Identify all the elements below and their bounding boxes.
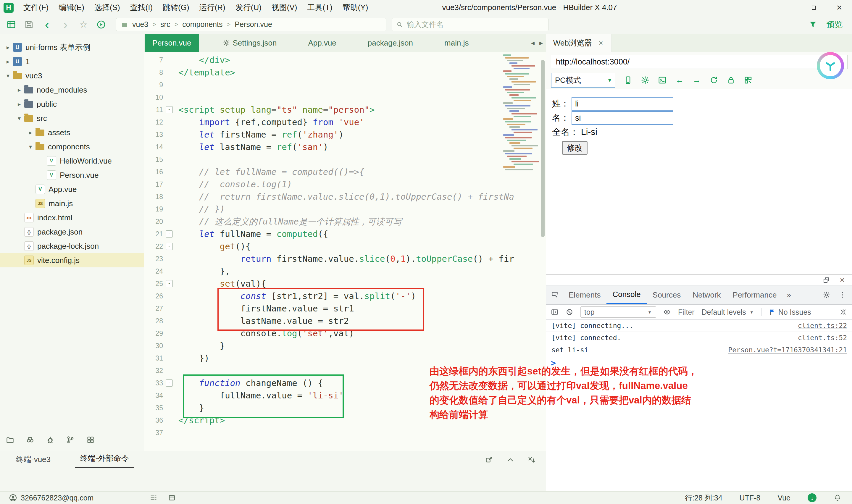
tab-scroll-left-icon[interactable]: ◂ <box>531 39 534 47</box>
close-icon[interactable]: × <box>597 39 604 47</box>
save-icon[interactable] <box>24 20 34 29</box>
code-line[interactable]: 9 <box>144 79 546 91</box>
browser-settings-icon[interactable] <box>641 76 650 85</box>
modify-button[interactable]: 修改 <box>562 141 587 155</box>
qrcode-icon[interactable] <box>744 76 753 85</box>
filter-icon[interactable] <box>809 20 817 29</box>
fold-marker-icon[interactable]: - <box>163 377 176 389</box>
tree-item[interactable]: VPerson.vue <box>0 168 144 182</box>
console-source-link[interactable]: client.ts:22 <box>798 322 847 329</box>
chevron-right-icon[interactable]: ▸ <box>3 44 13 51</box>
breadcrumb-item[interactable]: components <box>182 20 222 29</box>
tree-item[interactable]: JSvite.config.js <box>0 253 144 267</box>
menu-item-6[interactable]: 发行(U) <box>231 0 267 15</box>
code-line[interactable]: 23 return firstName.value.slice(0,1).toU… <box>144 253 546 265</box>
devtools-more-tabs[interactable]: » <box>782 290 795 300</box>
refresh-icon[interactable] <box>709 76 718 85</box>
menu-item-5[interactable]: 运行(R) <box>194 0 231 15</box>
code-line[interactable]: 15 <box>144 153 546 166</box>
minimize-button[interactable]: ─ <box>776 0 801 15</box>
chevron-down-icon[interactable]: ▾ <box>25 143 36 150</box>
tree-item[interactable]: {}package-lock.json <box>0 239 144 253</box>
devtools-tab-sources[interactable]: Sources <box>647 285 687 304</box>
extensions-icon[interactable] <box>86 436 95 444</box>
givenname-input[interactable]: si <box>572 111 673 125</box>
code-line[interactable]: 11-<script setup lang="ts" name="person"… <box>144 104 546 116</box>
source-control-icon[interactable] <box>66 436 75 444</box>
browser-tab[interactable]: Web浏览器 × <box>546 34 612 52</box>
debug-view-icon[interactable] <box>46 436 54 444</box>
log-levels-select[interactable]: Default levels ▾ <box>702 308 755 317</box>
devtools-close-icon[interactable]: × <box>839 276 846 284</box>
menu-item-4[interactable]: 跳转(G) <box>158 0 194 15</box>
clear-console-icon[interactable] <box>566 308 573 316</box>
menu-item-1[interactable]: 编辑(E) <box>54 0 89 15</box>
chevron-down-icon[interactable]: ▾ <box>3 72 13 79</box>
menu-item-9[interactable]: 帮助(Y) <box>338 0 373 15</box>
undock-icon[interactable] <box>823 276 830 284</box>
issues-counter[interactable]: No Issues <box>769 308 811 317</box>
tree-item[interactable]: VHelloWorld.vue <box>0 154 144 168</box>
fold-marker-icon[interactable]: - <box>163 240 176 253</box>
outline-icon[interactable] <box>150 494 157 502</box>
chevron-right-icon[interactable]: ▸ <box>14 101 24 108</box>
account-icon[interactable] <box>9 494 17 502</box>
code-line[interactable]: 14 let lastName = ref('san') <box>144 141 546 153</box>
devtools-tab-elements[interactable]: Elements <box>563 285 606 304</box>
notifications-icon[interactable] <box>834 494 841 502</box>
breadcrumb-item[interactable]: Person.vue <box>235 20 272 29</box>
editor-tab-app-vue[interactable]: App.vue <box>300 34 344 52</box>
fold-marker-icon[interactable]: - <box>163 277 176 290</box>
chevron-down-icon[interactable]: ▾ <box>14 115 24 122</box>
surname-input[interactable]: li <box>572 97 673 111</box>
terminal-tab[interactable]: 终端-vue3 <box>11 454 56 468</box>
console-source-link[interactable]: client.ts:52 <box>798 334 847 342</box>
tree-item[interactable]: ▾components <box>0 140 144 154</box>
menu-item-7[interactable]: 视图(V) <box>267 0 302 15</box>
breadcrumb-item[interactable]: vue3 <box>132 20 148 29</box>
tree-item[interactable]: ▸U1 <box>0 54 144 69</box>
update-icon[interactable]: ↓ <box>808 493 816 502</box>
encoding-indicator[interactable]: UTF-8 <box>740 494 761 502</box>
bookmark-icon[interactable]: ☆ <box>79 20 88 29</box>
code-line[interactable]: 30 } <box>144 340 546 352</box>
live-expression-icon[interactable] <box>663 308 671 316</box>
code-line[interactable]: 10 <box>144 91 546 104</box>
menu-item-0[interactable]: 文件(F) <box>18 0 54 15</box>
console-filter-input[interactable]: Filter <box>678 308 695 317</box>
close-button[interactable]: × <box>827 0 852 15</box>
tree-item[interactable]: ▸node_modules <box>0 83 144 97</box>
code-line[interactable]: 8</template> <box>144 66 546 79</box>
language-mode[interactable]: Vue <box>777 494 791 502</box>
device-mode-select[interactable]: PC模式 ▾ <box>551 73 615 88</box>
rotate-device-icon[interactable] <box>623 76 633 85</box>
devtools-tab-performance[interactable]: Performance <box>727 285 783 304</box>
tree-item[interactable]: ▸public <box>0 97 144 111</box>
console-sidebar-icon[interactable] <box>551 308 559 316</box>
fold-marker-icon[interactable]: - <box>163 228 176 240</box>
cursor-position[interactable]: 行:28 列:34 <box>685 493 722 503</box>
editor-tab-person-vue[interactable]: Person.vue <box>145 34 199 52</box>
devtools-toggle-icon[interactable] <box>658 76 667 85</box>
run-icon[interactable] <box>96 20 106 29</box>
tree-item[interactable]: ▾vue3 <box>0 69 144 83</box>
menu-item-2[interactable]: 选择(S) <box>89 0 125 15</box>
open-external-terminal-icon[interactable] <box>485 456 493 464</box>
tree-item[interactable]: {}package.json <box>0 225 144 239</box>
code-line[interactable]: 24 }, <box>144 265 546 277</box>
code-line[interactable]: 18 // return firstName.value.slice(0,1).… <box>144 191 546 203</box>
editor-tab-package-json[interactable]: package.json <box>360 34 421 52</box>
tree-item[interactable]: ▸assets <box>0 125 144 140</box>
editor-scrollbar[interactable] <box>541 60 545 237</box>
chevron-right-icon[interactable]: ▸ <box>25 129 36 136</box>
console-settings-icon[interactable] <box>839 308 847 316</box>
navigate-forward-icon[interactable]: › <box>60 19 70 30</box>
maximize-button[interactable] <box>801 0 827 15</box>
url-bar[interactable]: http://localhost:3000/ <box>551 55 848 69</box>
fold-marker-icon[interactable]: - <box>163 104 176 116</box>
navigate-back-icon[interactable]: ‹ <box>42 19 52 30</box>
preview-button[interactable]: 预览 <box>827 19 842 30</box>
menu-item-3[interactable]: 查找(I) <box>125 0 158 15</box>
back-icon[interactable]: ← <box>675 76 684 85</box>
kebab-menu-icon[interactable] <box>839 291 846 299</box>
